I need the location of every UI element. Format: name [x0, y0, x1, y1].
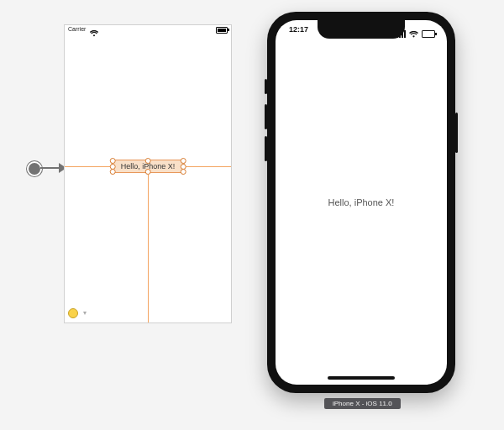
- wifi-icon: [90, 25, 98, 40]
- resize-handle-bot-mid[interactable]: [145, 169, 151, 175]
- ib-status-bar: Carrier: [65, 25, 231, 37]
- resize-handle-top-right[interactable]: [180, 158, 186, 164]
- battery-icon: [422, 30, 435, 38]
- home-indicator[interactable]: [328, 376, 395, 380]
- intro-arrow: [27, 161, 42, 176]
- warning-chevron-icon[interactable]: ▾: [83, 309, 87, 317]
- greeting-label: Hello, iPhone X!: [276, 197, 447, 207]
- notch: [318, 20, 405, 39]
- status-right-cluster: [396, 26, 435, 41]
- status-time: 12:17: [289, 25, 308, 34]
- side-button: [455, 113, 458, 153]
- mute-switch: [265, 79, 267, 94]
- battery-icon: [216, 27, 228, 34]
- selected-uilabel[interactable]: Hello, iPhone X!: [112, 160, 185, 173]
- constraint-guide-vertical: [148, 175, 149, 322]
- wifi-icon: [409, 26, 418, 41]
- layout-warning-icon[interactable]: [68, 308, 78, 318]
- iphone-x-device: 12:17 Hello, iPhone X!: [267, 12, 455, 393]
- volume-down-button: [265, 136, 267, 161]
- resize-handle-bot-right[interactable]: [180, 169, 186, 175]
- ib-footer: ▾: [68, 305, 87, 320]
- interface-builder-canvas[interactable]: Carrier Hello, iPhone X! ▾: [64, 24, 232, 323]
- volume-up-button: [265, 104, 267, 129]
- device-caption: iPhone X - iOS 11.0: [324, 398, 401, 409]
- resize-handle-bot-left[interactable]: [110, 169, 116, 175]
- cellular-signal-icon: [396, 30, 406, 38]
- device-screen[interactable]: 12:17 Hello, iPhone X!: [276, 20, 447, 385]
- resize-handle-top-left[interactable]: [110, 158, 116, 164]
- carrier-label: Carrier: [68, 26, 86, 32]
